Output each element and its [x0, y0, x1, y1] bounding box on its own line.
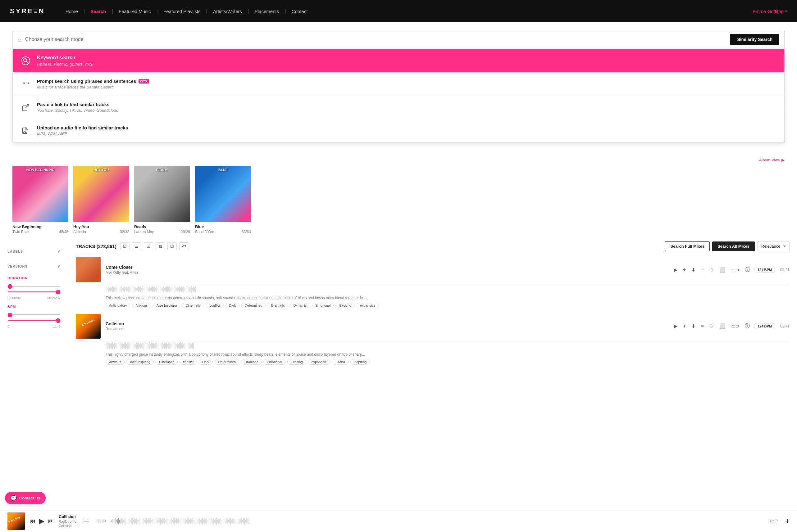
tag2-anxious[interactable]: Anxious — [106, 359, 125, 365]
download-btn-come-closer[interactable]: ⬇ — [690, 266, 697, 274]
search-full-mixes-btn[interactable]: Search Full Mixes — [665, 242, 710, 251]
search-mode-prompt-text: Prompt search using phrases and sentence… — [37, 78, 777, 90]
player-controls: ⏮ ▶ ⏭ — [30, 517, 54, 525]
album-view-link[interactable]: Album View ▶ — [759, 158, 784, 162]
add-btn-come-closer[interactable]: + — [682, 266, 687, 274]
nav-featured-music[interactable]: Featured Music — [113, 9, 156, 14]
tag2-determined[interactable]: Determined — [215, 359, 239, 365]
search-mode-prompt[interactable]: " " Prompt search using phrases and sent… — [13, 73, 784, 96]
nav-placements[interactable]: Placements — [249, 9, 284, 14]
player-forward-btn[interactable]: ⏭ — [48, 518, 54, 524]
tag2-exciting[interactable]: Exciting — [287, 359, 306, 365]
tag-dark[interactable]: Dark — [225, 303, 239, 308]
tracks-bookmark-btn[interactable]: 🏷 — [179, 242, 189, 250]
bpm-slider-min[interactable] — [7, 315, 60, 315]
tag-determined[interactable]: Determined — [241, 303, 266, 308]
queue-icon[interactable]: ☰ — [84, 517, 89, 525]
info-btn-collision[interactable]: ⓘ — [744, 322, 751, 330]
download-btn-collision[interactable]: ⬇ — [690, 322, 697, 330]
tag2-inspiring[interactable]: Inspiring — [350, 359, 370, 365]
tag-anxious[interactable]: Anxious — [132, 303, 151, 308]
tag-dramatic[interactable]: Dramatic — [268, 303, 288, 308]
heart-btn-collision[interactable]: ♡ — [708, 322, 715, 330]
sort-select[interactable]: Relevance Newest Oldest BPM High BPM Low — [757, 242, 790, 251]
tag-cinematic[interactable]: Cinematic — [182, 303, 204, 308]
tag2-grand[interactable]: Grand — [332, 359, 349, 365]
tag2-emotional[interactable]: Emotional — [263, 359, 285, 365]
sidebar-labels-toggle[interactable]: LABELS ∨ — [7, 246, 60, 256]
album-card-hey-you[interactable]: HEY YOU Hey You Almada 32/32 — [73, 166, 129, 234]
tracks-list-view-btn[interactable]: ☰ — [132, 242, 141, 250]
waveform-btn-collision[interactable]: ≈ — [700, 322, 705, 330]
video-btn-come-closer[interactable]: ⬜ — [718, 266, 727, 274]
bottom-player: COLLISION ⏮ ▶ ⏭ Collision Radiotronic Co… — [0, 510, 797, 532]
player-rewind-btn[interactable]: ⏮ — [30, 518, 35, 524]
search-mode-upload-text: Upload an audio file to find similar tra… — [37, 125, 777, 136]
heart-btn-come-closer[interactable]: ♡ — [708, 266, 715, 274]
player-play-btn[interactable]: ▶ — [39, 517, 44, 525]
bpm-slider-row — [7, 311, 60, 322]
tag-emotional[interactable]: Emotional — [312, 303, 334, 308]
tag2-awe-inspiring[interactable]: Awe Inspiring — [126, 359, 154, 365]
tracks-tag-btn[interactable]: ☑ — [167, 242, 177, 250]
album-thumb-label-ready: READY — [134, 166, 190, 173]
nav-artists-writers[interactable]: Artists/Writers — [207, 9, 247, 14]
player-album: Collision — [59, 524, 76, 528]
tracks-bars-btn[interactable]: ▦ — [155, 242, 165, 250]
tag-exciting[interactable]: Exciting — [336, 303, 355, 308]
search-mode-keyword[interactable]: Keyword search Upbeat, electric, guitars… — [13, 49, 784, 73]
album-card-new-beginning[interactable]: NEW BEGINNING New Beginning Twin Pack 48… — [13, 166, 68, 234]
album-card-blue[interactable]: BLUE Blue Santi D'Oro 83/83 — [195, 166, 251, 234]
track-title-come-closer: Come Closer — [106, 265, 667, 270]
similarity-search-button[interactable]: Similarity Search — [730, 34, 779, 45]
player-thumb-label: COLLISION — [7, 513, 25, 524]
player-add-btn[interactable]: + — [785, 517, 790, 525]
contact-us-button[interactable]: 💬 Contact us — [5, 492, 46, 504]
search-mode-upload[interactable]: Upload an audio file to find similar tra… — [13, 119, 784, 142]
album-card-ready[interactable]: READY Ready Lauren May 29/29 — [134, 166, 190, 234]
bpm-slider-max[interactable] — [7, 320, 60, 321]
tag2-dark[interactable]: Dark — [199, 359, 213, 365]
add-btn-collision[interactable]: + — [682, 322, 687, 330]
nav-search[interactable]: Search — [85, 9, 112, 14]
info-btn-come-closer[interactable]: ⓘ — [744, 265, 751, 274]
tag2-conflict[interactable]: conflict — [180, 359, 197, 365]
tag-conflict[interactable]: conflict — [206, 303, 223, 308]
sidebar-versions-toggle[interactable]: VERSIONS ∨ — [7, 261, 60, 271]
logo[interactable]: SYRE≡N — [10, 7, 45, 15]
tracks-select-all-btn[interactable]: ☑ — [120, 242, 130, 250]
upload-title: Upload an audio file to find similar tra… — [37, 125, 777, 131]
sidebar-bpm-label: BPM — [7, 305, 60, 308]
duration-slider-min[interactable] — [7, 286, 60, 287]
tag-awe-inspiring[interactable]: Awe Inspiring — [153, 303, 181, 308]
duration-end: 00:24:37 — [47, 296, 60, 300]
waveform-btn-come-closer[interactable]: ≈ — [700, 266, 705, 274]
tracks-check-btn[interactable]: ☑ — [144, 242, 153, 250]
tag2-dramatic[interactable]: Dramatic — [241, 359, 261, 365]
sidebar-duration-label: DURATION — [7, 276, 60, 280]
nav-contact[interactable]: Contact — [286, 9, 313, 14]
tag2-expansive[interactable]: expansive — [308, 359, 331, 365]
nav-user[interactable]: Emma Griffiths ▾ — [753, 9, 787, 14]
tag2-cinematic[interactable]: Cinematic — [155, 359, 178, 365]
play-btn-collision[interactable]: ▶ — [672, 322, 679, 330]
albums-section: Album View ▶ NEW BEGINNING New Beginning… — [0, 151, 797, 234]
search-mode-link[interactable]: Paste a link to find similar tracks YouT… — [13, 96, 784, 119]
tag-anticipatory[interactable]: Anticipatory — [106, 303, 130, 308]
tag-expansive[interactable]: expansive — [356, 303, 379, 308]
track-controls-collision: ▶ + ⬇ ≈ ♡ ⬜ ⊂⊃ ⓘ 124 BPM 02:41 — [672, 322, 790, 330]
nav-featured-playlists[interactable]: Featured Playlists — [158, 9, 206, 14]
share-btn-come-closer[interactable]: ⊂⊃ — [730, 266, 740, 274]
duration-slider-max[interactable] — [7, 291, 60, 292]
sidebar-versions-section: VERSIONS ∨ — [7, 261, 60, 271]
player-waveform[interactable]: (function(){ var heights = [6,10,14,18,1… — [111, 516, 764, 527]
search-input[interactable] — [25, 37, 726, 42]
search-all-mixes-btn[interactable]: Search All Mixes — [712, 242, 755, 251]
play-btn-come-closer[interactable]: ▶ — [672, 266, 679, 274]
track-detail-come-closer: (function(){ var heights = [8,12,6,18,10… — [76, 285, 790, 311]
share-btn-collision[interactable]: ⊂⊃ — [730, 322, 740, 330]
tag-dynamic[interactable]: Dynamic — [290, 303, 310, 308]
album-thumb-label-blue: BLUE — [195, 166, 251, 173]
nav-home[interactable]: Home — [60, 9, 84, 14]
video-btn-collision[interactable]: ⬜ — [718, 322, 727, 330]
